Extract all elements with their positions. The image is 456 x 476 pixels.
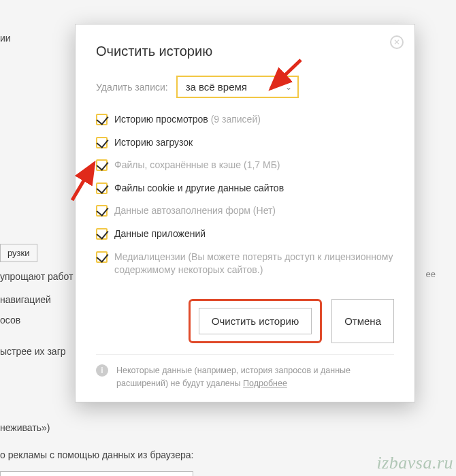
dialog-title: Очистить историю — [96, 44, 394, 59]
clear-option-label: Медиалицензии (Вы можете потерять доступ… — [114, 251, 394, 277]
clear-option-row: Файлы, сохранённые в кэше (1,7 МБ) — [96, 159, 394, 172]
close-icon[interactable]: ✕ — [390, 35, 404, 49]
clear-option-label: Файлы cookie и другие данные сайтов — [114, 182, 284, 195]
bg-link-fragment[interactable]: ее — [426, 269, 436, 279]
cancel-button[interactable]: Отмена — [331, 299, 394, 343]
annotation-highlight-box: Очистить историю — [189, 299, 322, 343]
checkbox[interactable] — [96, 137, 108, 148]
dialog-button-row: Очистить историю Отмена — [96, 291, 394, 354]
clear-option-label: Историю просмотров (9 записей) — [114, 113, 261, 127]
clear-option-label: Данные автозаполнения форм (Нет) — [114, 204, 276, 218]
bg-text: ыстрее их загр — [0, 346, 66, 357]
bg-text: ии — [0, 33, 11, 44]
downloads-button-fragment[interactable]: рузки — [0, 244, 37, 262]
clear-option-row: Историю загрузок — [96, 136, 394, 150]
clear-option-row: Историю просмотров (9 записей) — [96, 113, 394, 127]
footer-text: Некоторые данные (например, история запр… — [116, 366, 351, 388]
time-range-select[interactable]: за всё время ⌄ — [176, 76, 299, 98]
clear-options-list: Историю просмотров (9 записей)Историю за… — [96, 113, 394, 277]
bg-text: осов — [0, 315, 20, 326]
time-range-label: Удалить записи: — [96, 82, 168, 93]
checkbox[interactable] — [96, 205, 108, 217]
bg-text: неживать») — [0, 422, 50, 433]
ads-browser-select[interactable]: Google Chrome — [0, 471, 193, 476]
dialog-footer: i Некоторые данные (например, история за… — [96, 354, 394, 390]
checkbox[interactable] — [96, 114, 108, 125]
clear-option-row: Данные приложений — [96, 227, 394, 241]
checkbox[interactable] — [96, 251, 108, 263]
checkbox[interactable] — [96, 228, 108, 240]
checkbox[interactable] — [96, 183, 108, 194]
info-icon: i — [96, 364, 108, 377]
ads-row-label: о рекламы с помощью данных из браузера: — [0, 449, 193, 460]
bg-text: упрощают работ — [0, 271, 73, 282]
watermark: izbavsa.ru — [376, 453, 453, 473]
chevron-down-icon: ⌄ — [285, 82, 292, 92]
clear-option-label: Историю загрузок — [114, 136, 193, 150]
clear-option-row: Медиалицензии (Вы можете потерять доступ… — [96, 251, 394, 277]
time-range-row: Удалить записи: за всё время ⌄ — [96, 76, 394, 98]
clear-option-row: Файлы cookie и другие данные сайтов — [96, 182, 394, 195]
clear-option-row: Данные автозаполнения форм (Нет) — [96, 204, 394, 218]
learn-more-link[interactable]: Подробнее — [243, 379, 287, 388]
clear-option-label: Файлы, сохранённые в кэше (1,7 МБ) — [114, 159, 280, 172]
bg-text: навигацией — [0, 294, 51, 305]
clear-option-label: Данные приложений — [114, 227, 206, 241]
checkbox[interactable] — [96, 159, 108, 171]
clear-history-dialog: ✕ Очистить историю Удалить записи: за вс… — [75, 24, 415, 402]
clear-history-button[interactable]: Очистить историю — [199, 308, 312, 334]
